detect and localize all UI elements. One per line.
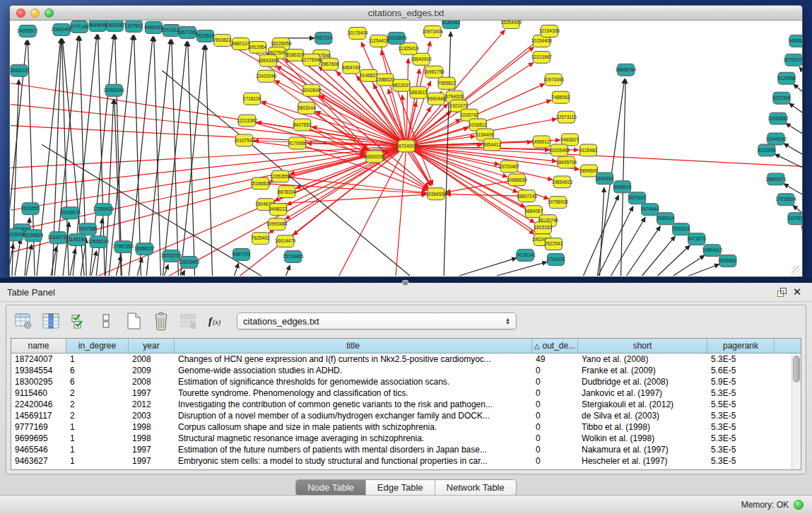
network-node[interactable]: 11254419	[369, 35, 389, 47]
table-row[interactable]: 946554611997Estimation of the future num…	[11, 444, 792, 455]
network-node[interactable]: 18495794	[556, 156, 577, 168]
column-header-in_degree[interactable]: in_degree	[66, 339, 129, 353]
network-node[interactable]: 7485063	[552, 91, 570, 103]
network-node[interactable]: 10688639	[507, 174, 528, 186]
network-canvas[interactable]: 2493557220691406977716996996951065328713…	[10, 21, 802, 276]
tab-node-table[interactable]: Node Table	[296, 480, 366, 495]
network-node[interactable]: 8990448	[427, 93, 445, 105]
network-node[interactable]: 16543392	[258, 54, 279, 66]
close-panel-button[interactable]: ✕	[789, 285, 805, 299]
network-node[interactable]: 9822037	[392, 79, 411, 91]
new-table-button[interactable]	[124, 311, 143, 331]
network-node[interactable]: 2653102	[10, 64, 28, 76]
network-node[interactable]: 12505123	[88, 236, 110, 248]
network-node[interactable]: 8954412	[483, 139, 501, 151]
network-node[interactable]: 20053346	[104, 84, 125, 96]
network-node[interactable]: 11325419	[399, 42, 419, 54]
network-node[interactable]: 17957253	[113, 241, 134, 253]
scrollbar-thumb[interactable]	[793, 356, 800, 382]
tab-network-table[interactable]: Network Table	[435, 480, 516, 495]
column-header-short[interactable]: short	[578, 339, 707, 353]
network-node[interactable]: 10993484	[266, 218, 288, 230]
network-node[interactable]: 15166825	[250, 177, 271, 189]
network-node[interactable]: 19756928	[548, 197, 569, 209]
network-node[interactable]: 10973493	[543, 74, 565, 86]
close-window-button[interactable]	[16, 8, 25, 18]
table-row[interactable]: 946362711997Embryonic stem cells: a mode…	[11, 455, 792, 467]
network-node[interactable]: 8912954	[249, 41, 267, 53]
minimize-window-button[interactable]	[30, 8, 40, 18]
network-node[interactable]: 14569117	[531, 136, 552, 148]
network-node[interactable]: 12444155	[765, 133, 787, 145]
network-node[interactable]: 8130443	[442, 21, 460, 28]
network-node[interactable]: 9115460	[579, 144, 598, 156]
network-node[interactable]: 9242848	[302, 84, 321, 96]
table-selector-dropdown[interactable]: citations_edges.txt ▲▼	[237, 313, 517, 329]
column-settings-button[interactable]	[13, 311, 33, 331]
network-node[interactable]: 10025488	[549, 144, 570, 156]
network-node[interactable]: 9465546	[789, 35, 802, 47]
network-node[interactable]: 7957224	[314, 32, 333, 44]
network-node[interactable]: 20206576	[59, 207, 81, 219]
network-node[interactable]: 17359928	[93, 204, 114, 216]
network-node[interactable]: 15720407	[499, 160, 520, 173]
network-node[interactable]: 9463627	[561, 134, 579, 146]
network-window-titlebar[interactable]: citations_edges.txt	[10, 6, 802, 21]
window-resize-grip[interactable]	[792, 266, 801, 276]
network-node[interactable]: 9498222	[269, 204, 288, 216]
network-node[interactable]: 7615526	[196, 30, 215, 42]
network-node[interactable]: 9474444	[641, 204, 659, 216]
network-node[interactable]: 1167533	[787, 213, 802, 225]
network-node[interactable]: 7955812	[437, 77, 456, 89]
network-node[interactable]: 19218596	[386, 32, 407, 44]
network-node[interactable]: 8454749	[342, 62, 360, 74]
table-row[interactable]: 1830029562008Estimation of significance …	[11, 376, 792, 387]
network-node[interactable]: 1815152	[534, 222, 553, 234]
network-node[interactable]: 12775046	[301, 54, 322, 66]
table-row[interactable]: 977716911998Corpus callosum shape and si…	[11, 421, 792, 433]
delete-column-button[interactable]	[151, 311, 171, 331]
network-node[interactable]: 16671368	[177, 26, 199, 38]
network-node[interactable]: 11156829	[23, 230, 44, 242]
table-vertical-scrollbar[interactable]	[792, 354, 801, 469]
network-node[interactable]: 12154393	[539, 25, 560, 37]
network-node[interactable]: 6879197	[628, 192, 647, 204]
network-node[interactable]: 2935114	[657, 213, 675, 225]
network-node[interactable]: 15751074	[783, 54, 802, 66]
network-node[interactable]: 9215955	[758, 144, 776, 156]
network-node[interactable]: 1640934	[596, 173, 614, 185]
network-node[interactable]: 19384554	[425, 188, 447, 200]
function-builder-button[interactable]: f(x)	[206, 311, 226, 331]
network-node[interactable]: 9777169	[70, 21, 88, 33]
table-row[interactable]: 1872400712008Changes of HCN gene express…	[11, 354, 792, 365]
float-panel-button[interactable]	[774, 285, 789, 299]
network-node-hub[interactable]: 18724007	[396, 140, 417, 152]
network-node[interactable]: 8471676	[688, 233, 706, 245]
network-node[interactable]: 9660124	[232, 37, 250, 49]
network-node[interactable]: 12353558	[270, 170, 291, 182]
network-node[interactable]: 9227349	[772, 92, 791, 104]
table-row[interactable]: 969969511998Structural magnetic resonanc…	[11, 433, 792, 444]
network-node[interactable]: 9245652	[719, 255, 737, 267]
network-node[interactable]: 2867608	[321, 58, 339, 70]
network-node[interactable]: 2620655	[21, 203, 40, 215]
column-header-out_de[interactable]: △out_de...	[532, 339, 578, 353]
network-node[interactable]: 17016504	[775, 194, 796, 206]
network-node[interactable]: 18807243	[517, 190, 538, 202]
network-node[interactable]: 9899605	[580, 165, 599, 177]
network-node[interactable]: 16648784	[616, 64, 637, 76]
network-node[interactable]: 7663822	[213, 34, 232, 46]
network-node[interactable]: 15254439	[501, 21, 522, 28]
network-node[interactable]: 8427552	[293, 119, 312, 131]
network-node[interactable]: 3915939	[10, 229, 24, 241]
network-node[interactable]: 9129966	[777, 72, 796, 84]
network-node[interactable]: 16961758	[423, 66, 445, 78]
network-node[interactable]: 12093582	[767, 112, 789, 124]
table-row[interactable]: 2242004622012Investigating the contribut…	[11, 399, 792, 410]
network-node[interactable]: 7625402	[252, 233, 270, 245]
network-window[interactable]: citations_edges.txt 24935572206914069777…	[9, 5, 803, 277]
network-node[interactable]: 10107543	[234, 134, 255, 146]
network-node[interactable]: 10175404	[347, 27, 368, 39]
network-node[interactable]: 9097588	[78, 223, 97, 235]
column-header-pagerank[interactable]: pagerank	[707, 339, 775, 353]
